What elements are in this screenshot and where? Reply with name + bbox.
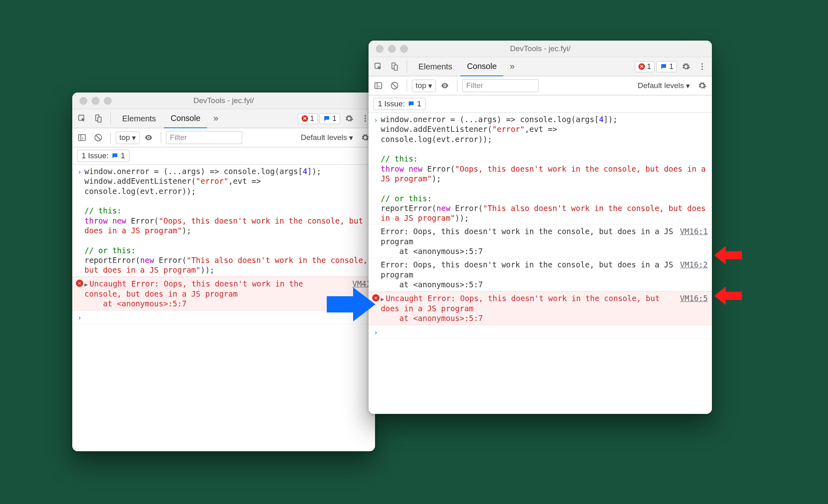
tab-console[interactable]: Console bbox=[460, 57, 503, 77]
device-toggle-icon[interactable] bbox=[91, 111, 106, 126]
svg-rect-6 bbox=[79, 135, 86, 141]
more-tabs-icon[interactable]: » bbox=[505, 59, 520, 74]
tab-elements[interactable]: Elements bbox=[412, 57, 459, 76]
annotation-arrow-blue bbox=[325, 284, 377, 325]
context-selector[interactable]: top ▾ bbox=[116, 131, 140, 144]
annotation-arrow-red bbox=[714, 245, 742, 265]
chevron-down-icon: ▾ bbox=[132, 133, 136, 142]
input-chevron-icon: › bbox=[78, 167, 82, 177]
separator bbox=[110, 112, 111, 125]
clear-console-icon[interactable] bbox=[91, 130, 106, 145]
separator bbox=[457, 80, 457, 92]
log-message: Error: Oops, this doesn't work in the co… bbox=[381, 260, 675, 289]
live-expression-icon[interactable] bbox=[438, 78, 452, 93]
svg-point-17 bbox=[444, 85, 446, 86]
svg-point-14 bbox=[701, 69, 703, 70]
filter-input[interactable] bbox=[166, 131, 242, 144]
device-toggle-icon[interactable] bbox=[387, 59, 402, 74]
svg-point-4 bbox=[364, 118, 366, 119]
console-toolbar: top ▾ Default levels ▾ bbox=[72, 128, 375, 147]
error-message: Uncaught Error: Oops, this doesn't work … bbox=[381, 294, 664, 323]
clear-console-icon[interactable] bbox=[387, 78, 402, 93]
issue-count: 1 bbox=[669, 62, 673, 71]
log-message: Error: Oops, this doesn't work in the co… bbox=[381, 226, 675, 256]
gear-icon[interactable] bbox=[679, 59, 693, 74]
svg-point-12 bbox=[701, 63, 703, 65]
console-sidebar-toggle-icon[interactable] bbox=[371, 78, 386, 93]
issues-label: 1 Issue: bbox=[378, 99, 405, 108]
gear-icon[interactable] bbox=[695, 78, 709, 93]
input-chevron-icon: › bbox=[374, 327, 378, 337]
svg-rect-15 bbox=[375, 83, 382, 89]
live-expression-icon[interactable] bbox=[141, 130, 156, 145]
window-titlebar: DevTools - jec.fyi/ bbox=[369, 41, 712, 57]
svg-point-13 bbox=[701, 66, 703, 67]
issues-count: 1 bbox=[121, 151, 125, 160]
issues-row: 1 Issue: 1 bbox=[369, 95, 712, 113]
code-input: window.onerror = (...args) => console.lo… bbox=[381, 114, 708, 223]
separator bbox=[110, 131, 111, 144]
issues-label: 1 Issue: bbox=[82, 151, 109, 160]
inspect-icon[interactable] bbox=[75, 111, 89, 126]
input-chevron-icon: › bbox=[374, 115, 378, 125]
svg-rect-11 bbox=[394, 65, 397, 70]
tab-console[interactable]: Console bbox=[164, 109, 207, 129]
issues-row: 1 Issue: 1 bbox=[72, 147, 375, 165]
input-chevron-icon: › bbox=[78, 313, 82, 322]
devtools-window-a: DevTools - jec.fyi/ Elements Console » ✕… bbox=[72, 93, 375, 451]
console-prompt[interactable]: › bbox=[369, 325, 712, 339]
console-input-entry: › window.onerror = (...args) => console.… bbox=[369, 113, 712, 225]
inspect-icon[interactable] bbox=[371, 59, 386, 74]
devtools-window-b: DevTools - jec.fyi/ Elements Console » ✕… bbox=[369, 41, 712, 414]
issues-button[interactable]: 1 Issue: 1 bbox=[373, 98, 426, 110]
source-link[interactable]: VM16:2 bbox=[675, 260, 708, 289]
issue-count-badge[interactable]: 1 bbox=[319, 113, 340, 124]
error-message: Uncaught Error: Oops, this doesn't work … bbox=[84, 279, 308, 308]
tab-elements[interactable]: Elements bbox=[116, 109, 162, 128]
code-input: window.onerror = (...args) => console.lo… bbox=[84, 166, 371, 275]
main-toolbar: Elements Console » ✕1 1 bbox=[369, 57, 712, 76]
log-levels-selector[interactable]: Default levels ▾ bbox=[298, 132, 356, 144]
svg-point-3 bbox=[364, 115, 366, 117]
console-log-entry: Error: Oops, this doesn't work in the co… bbox=[369, 258, 712, 291]
chevron-down-icon: ▾ bbox=[349, 133, 353, 142]
log-levels-selector[interactable]: Default levels ▾ bbox=[634, 80, 693, 92]
source-link[interactable]: VM16:5 bbox=[675, 293, 708, 323]
main-toolbar: Elements Console » ✕1 1 bbox=[72, 109, 375, 128]
issue-count-badge[interactable]: 1 bbox=[656, 61, 677, 72]
chevron-down-icon: ▾ bbox=[428, 81, 432, 90]
svg-point-5 bbox=[364, 121, 366, 122]
error-count-badge[interactable]: ✕1 bbox=[298, 113, 318, 124]
window-titlebar: DevTools - jec.fyi/ bbox=[72, 93, 375, 109]
message-icon bbox=[111, 152, 119, 159]
issues-button[interactable]: 1 Issue: 1 bbox=[77, 150, 129, 162]
console-log-entry: Error: Oops, this doesn't work in the co… bbox=[369, 225, 712, 258]
context-selector[interactable]: top ▾ bbox=[412, 80, 436, 92]
gear-icon[interactable] bbox=[342, 111, 356, 126]
filter-input[interactable] bbox=[462, 79, 539, 92]
issues-count: 1 bbox=[417, 99, 422, 108]
message-icon bbox=[660, 63, 667, 70]
error-count: 1 bbox=[310, 114, 314, 123]
console-error-entry[interactable]: ✕ ▶Uncaught Error: Oops, this doesn't wo… bbox=[369, 291, 712, 325]
expand-triangle-icon[interactable]: ▶ bbox=[84, 281, 88, 288]
console-toolbar: top ▾ Default levels ▾ bbox=[369, 76, 712, 95]
chevron-down-icon: ▾ bbox=[686, 81, 690, 90]
svg-point-8 bbox=[148, 137, 150, 138]
window-title: DevTools - jec.fyi/ bbox=[72, 96, 375, 105]
separator bbox=[407, 80, 407, 92]
more-tabs-icon[interactable]: » bbox=[209, 111, 223, 126]
window-title: DevTools - jec.fyi/ bbox=[369, 44, 712, 53]
expand-triangle-icon[interactable]: ▶ bbox=[381, 296, 384, 302]
svg-rect-2 bbox=[98, 117, 101, 122]
source-link[interactable]: VM16:1 bbox=[675, 226, 708, 256]
message-icon bbox=[323, 115, 330, 122]
kebab-menu-icon[interactable] bbox=[695, 59, 709, 74]
console-sidebar-toggle-icon[interactable] bbox=[75, 130, 89, 145]
error-count-badge[interactable]: ✕1 bbox=[635, 61, 655, 72]
console-output[interactable]: › window.onerror = (...args) => console.… bbox=[369, 113, 712, 414]
error-count: 1 bbox=[647, 62, 651, 71]
separator bbox=[161, 131, 161, 144]
annotation-arrow-red bbox=[714, 286, 742, 306]
console-input-entry: › window.onerror = (...args) => console.… bbox=[72, 165, 375, 277]
